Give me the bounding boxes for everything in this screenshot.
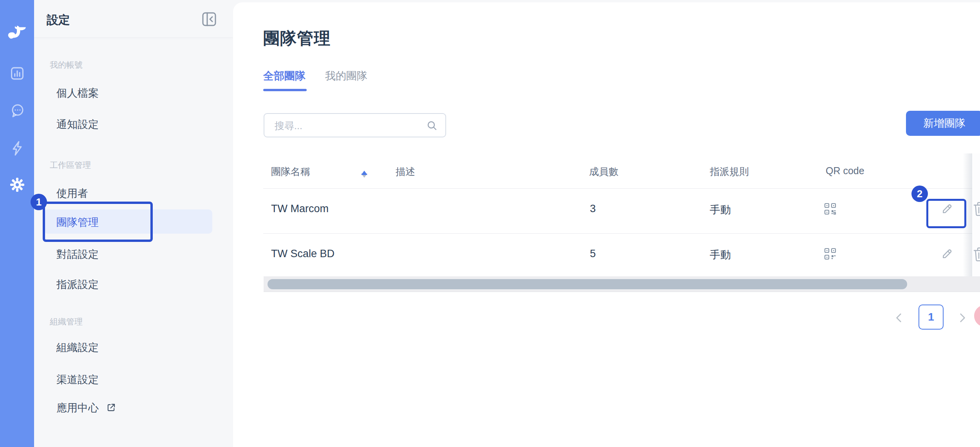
sidebar-item-team-management[interactable]: 團隊管理 <box>56 215 99 229</box>
horizontal-scrollbar-track[interactable] <box>264 276 980 292</box>
floating-widget-partial[interactable] <box>974 305 980 327</box>
active-tab-underline <box>263 89 307 91</box>
col-header-qr-code: QR code <box>826 165 864 177</box>
app-center-label: 應用中心 <box>56 402 99 414</box>
app-window: 設定 我的帳號 個人檔案 通知設定 工作區管理 使用者 團隊管理 對話設定 指派… <box>0 0 980 447</box>
edit-pencil-icon[interactable] <box>940 247 954 263</box>
horizontal-scrollbar-thumb[interactable] <box>268 279 907 289</box>
pagination-prev-icon[interactable] <box>895 312 903 325</box>
team-search-box <box>264 113 446 137</box>
col-header-description: 描述 <box>396 165 415 178</box>
cell-team-name: TW Scale BD <box>271 248 335 260</box>
table-row-divider <box>263 233 980 234</box>
section-label-my-account: 我的帳號 <box>50 59 83 70</box>
page-title: 團隊管理 <box>263 27 331 49</box>
col-header-members: 成員數 <box>589 165 618 178</box>
sidebar-item-organization-settings[interactable]: 組織設定 <box>56 341 99 355</box>
pagination-page-1[interactable]: 1 <box>919 305 944 330</box>
col-header-assignment-rule: 指派規則 <box>710 165 749 178</box>
section-label-workspace: 工作區管理 <box>50 160 91 171</box>
cell-assignment-rule: 手動 <box>710 203 731 217</box>
external-link-icon <box>107 403 116 415</box>
collapse-sidebar-icon[interactable] <box>202 12 217 28</box>
add-team-button[interactable]: 新增團隊 <box>906 111 980 136</box>
cell-team-name: TW Marcom <box>271 203 329 215</box>
pagination-next-icon[interactable] <box>958 312 967 325</box>
app-logo-icon[interactable] <box>7 22 28 42</box>
chat-icon[interactable] <box>10 103 25 120</box>
delete-trash-icon[interactable] <box>973 201 980 218</box>
sticky-actions-column <box>972 153 980 291</box>
sidebar-item-assignment-settings[interactable]: 指派設定 <box>56 278 99 292</box>
main-panel: 團隊管理 全部團隊 我的團隊 新增團隊 團隊名稱 描述 成員數 指派規則 QR … <box>233 2 980 447</box>
edit-pencil-icon[interactable] <box>940 202 954 218</box>
search-icon[interactable] <box>427 120 438 133</box>
app-rail <box>0 0 34 447</box>
sidebar-title: 設定 <box>47 12 70 28</box>
settings-sidebar: 設定 我的帳號 個人檔案 通知設定 工作區管理 使用者 團隊管理 對話設定 指派… <box>34 0 233 447</box>
automation-lightning-icon[interactable] <box>11 141 24 158</box>
qr-code-icon[interactable] <box>824 203 836 216</box>
sidebar-item-profile[interactable]: 個人檔案 <box>56 86 99 100</box>
qr-code-icon[interactable] <box>824 248 836 261</box>
settings-gear-icon[interactable] <box>9 177 25 194</box>
sidebar-item-conversation-settings[interactable]: 對話設定 <box>56 247 99 261</box>
sidebar-header-divider <box>34 38 233 38</box>
search-input[interactable] <box>274 114 420 137</box>
sidebar-item-notification-settings[interactable]: 通知設定 <box>56 117 99 132</box>
delete-trash-icon[interactable] <box>973 247 980 264</box>
sticky-column-shadow <box>963 153 972 291</box>
analytics-icon[interactable] <box>10 66 24 82</box>
cell-members: 5 <box>590 248 596 260</box>
col-header-team-name: 團隊名稱 <box>271 165 310 178</box>
cell-members: 3 <box>590 203 596 215</box>
sidebar-item-users[interactable]: 使用者 <box>56 186 88 200</box>
sidebar-item-channel-settings[interactable]: 渠道設定 <box>56 373 99 387</box>
cell-assignment-rule: 手動 <box>710 248 731 262</box>
table-header-divider <box>263 188 980 189</box>
section-label-organization: 組織管理 <box>50 316 83 327</box>
sidebar-item-app-center[interactable]: 應用中心 <box>56 401 116 415</box>
tab-my-teams[interactable]: 我的團隊 <box>325 69 367 83</box>
tab-all-teams[interactable]: 全部團隊 <box>263 69 306 83</box>
sort-team-name-icon[interactable] <box>361 164 367 177</box>
